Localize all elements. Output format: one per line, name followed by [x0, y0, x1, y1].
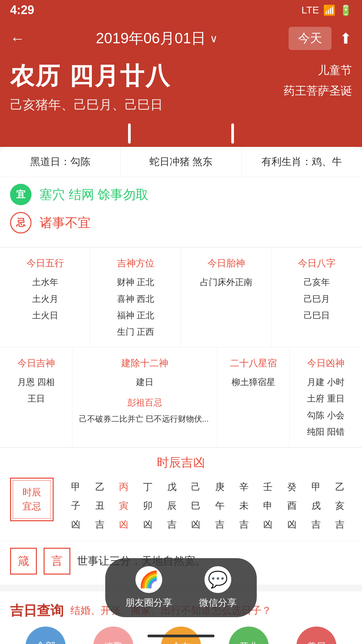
peng-zu-section: 彭祖百忌 己不破券二比并亡 巳不远行财物伏... — [78, 394, 212, 426]
shichen-row1: 甲 乙 丙 丁 戊 己 庚 辛 壬 癸 甲 乙 — [64, 478, 352, 496]
header: ← 2019年06月01日 ∨ 今天 ⬆ 农历 四月廿八 己亥猪年、己巳月、己巳… — [0, 20, 362, 123]
bazi-content: 己亥年 己巳月 己巳日 — [277, 274, 357, 324]
category-circle-all: 全部 — [25, 627, 66, 644]
info-bar-youli: 有利生肖：鸡、牛 — [242, 147, 362, 177]
jianzhu-title: 建除十二神 — [78, 354, 212, 372]
shichen-stamp-text: 时辰 宜忌 — [22, 485, 41, 514]
grid-taishen: 今日胎神 占门床外正南 — [181, 248, 272, 347]
date-dropdown-icon: ∨ — [210, 32, 218, 45]
category-label-all: 全部 — [36, 640, 56, 644]
status-time: 4:29 — [10, 3, 34, 17]
wuxing-title: 今日五行 — [5, 254, 85, 272]
yi-ji-section: 宜 塞穴 结网 馀事勿取 忌 诸事不宜 — [0, 177, 362, 247]
category-circle-kaiye: 开业 — [229, 627, 269, 644]
status-right: LTE 📶 🔋 — [301, 4, 352, 16]
pengzu-title: 彭祖百忌 — [78, 394, 212, 411]
home-indicator — [147, 635, 215, 637]
holiday1: 儿童节 — [284, 60, 352, 80]
yi-text: 塞穴 结网 馀事勿取 — [40, 186, 148, 203]
yi-row: 宜 塞穴 结网 馀事勿取 — [10, 184, 352, 205]
pengzu-text: 己不破券二比并亡 巳不远行财物伏... — [78, 411, 212, 427]
header-date[interactable]: 2019年06月01日 ∨ — [96, 29, 218, 48]
header-top: ← 2019年06月01日 ∨ 今天 ⬆ — [10, 27, 352, 50]
jishen-fangwei-title: 吉神方位 — [96, 254, 175, 272]
category-jiaju[interactable]: 嫁娶 — [81, 627, 145, 644]
holiday-info: 儿童节 药王菩萨圣诞 — [284, 60, 352, 101]
shichen-row2: 子 丑 寅 卯 辰 巳 午 未 申 酉 戌 亥 — [64, 496, 352, 515]
status-bar: 4:29 LTE 📶 🔋 — [0, 0, 362, 20]
info-bar: 黑道日：勾陈 蛇日冲猪 煞东 有利生肖：鸡、牛 — [0, 147, 362, 177]
share-icon[interactable]: ⬆ — [340, 30, 352, 47]
wechat-label: 微信分享 — [199, 596, 237, 609]
wuxing-content: 土水年 土火月 土火日 — [5, 274, 85, 324]
signal-icon: LTE — [301, 4, 319, 16]
xingsu-title: 二十八星宿 — [223, 354, 284, 372]
today-button[interactable]: 今天 — [289, 27, 331, 50]
grid-xiongshen: 今日凶神 月建 小时 土府 重日 勾陈 小会 纯阳 阳错 — [290, 347, 362, 447]
slider-track — [0, 123, 362, 147]
slider-dot-right — [231, 123, 234, 144]
grid-wuxing: 今日五行 土水年 土火月 土火日 — [0, 248, 90, 347]
info-grid-row2: 今日吉神 月恩 四相 王日 建除十二神 建日 彭祖百忌 己不破券二比并亡 巳不远… — [0, 347, 362, 447]
xiongshen-title: 今日凶神 — [295, 354, 357, 372]
category-gaiwu[interactable]: 盖屋 — [284, 627, 349, 644]
category-label-kaiye: 开业 — [239, 640, 258, 644]
jiri-jishen-content: 月恩 四相 王日 — [5, 374, 67, 407]
ji-badge: 忌 — [10, 212, 32, 233]
info-bar-sheri: 蛇日冲猪 煞东 — [121, 147, 241, 177]
pengyouquan-icon: 🌈 — [135, 566, 162, 593]
lunar-subtitle: 己亥猪年、己巳月、己巳日 — [10, 96, 284, 113]
grid-jiri-jishen: 今日吉神 月恩 四相 王日 — [0, 347, 72, 447]
grid-jianzhu: 建除十二神 建日 彭祖百忌 己不破券二比并亡 巳不远行财物伏... — [72, 347, 217, 447]
pengyouquan-label: 朋友圈分享 — [125, 596, 172, 609]
jiri-jishen-title: 今日吉神 — [5, 354, 67, 372]
xingsu-content: 柳土獐宿星 — [223, 374, 284, 390]
ji-row: 忌 诸事不宜 — [10, 212, 352, 233]
slider-dot-left — [128, 123, 131, 144]
shichen-stamp: 时辰 宜忌 — [10, 478, 54, 521]
xiongshen-content: 月建 小时 土府 重日 勾陈 小会 纯阳 阳错 — [295, 374, 357, 440]
pengyouquan-share-btn[interactable]: 🌈 朋友圈分享 — [125, 566, 172, 609]
info-bar-heidao: 黑道日：勾陈 — [0, 147, 121, 177]
shichen-table: 甲 乙 丙 丁 戊 己 庚 辛 壬 癸 甲 乙 子 丑 寅 卯 — [64, 478, 352, 534]
grid-xingsu: 二十八星宿 柳土獐宿星 — [217, 347, 290, 447]
shichen-title: 时辰吉凶 — [10, 454, 352, 471]
quote-badge2: 言 — [44, 548, 70, 575]
wechat-share-btn[interactable]: 💬 微信分享 — [199, 566, 237, 609]
quote-badge1: 箴 — [10, 548, 37, 575]
yi-badge: 宜 — [10, 184, 32, 205]
wechat-icon: 💬 — [204, 566, 231, 593]
grid-bazi: 今日八字 己亥年 己巳月 己巳日 — [272, 248, 362, 347]
share-overlay: 🌈 朋友圈分享 💬 微信分享 — [105, 558, 257, 617]
taishen-content: 占门床外正南 — [186, 274, 266, 290]
main-card: 黑道日：勾陈 蛇日冲猪 煞东 有利生肖：鸡、牛 宜 塞穴 结网 馀事勿取 忌 诸… — [0, 147, 362, 585]
battery-icon: 🔋 — [340, 4, 352, 16]
back-button[interactable]: ← — [10, 30, 25, 47]
taishen-title: 今日胎神 — [186, 254, 266, 272]
category-all[interactable]: 全部 — [13, 627, 78, 644]
jishen-fangwei-content: 财神 正北 喜神 西北 福神 正北 生门 正西 — [96, 274, 175, 340]
jiri-title: 吉日查询 — [10, 601, 64, 620]
info-grid-row1: 今日五行 土水年 土火月 土火日 吉神方位 财神 正北 喜神 西北 福神 正北 … — [0, 247, 362, 347]
category-kaiye[interactable]: 开业 — [217, 627, 281, 644]
shichen-body: 时辰 宜忌 甲 乙 丙 丁 戊 己 庚 辛 壬 癸 甲 乙 — [10, 478, 352, 534]
lunar-info: 农历 四月廿八 己亥猪年、己巳月、己巳日 — [10, 60, 284, 113]
category-label-gaiwu: 盖屋 — [307, 640, 326, 644]
grid-jishen-fangwei: 吉神方位 财神 正北 喜神 西北 福神 正北 生门 正西 — [90, 248, 181, 347]
header-main: 农历 四月廿八 己亥猪年、己巳月、己巳日 儿童节 药王菩萨圣诞 — [10, 60, 352, 113]
signal-bars: 📶 — [323, 4, 336, 16]
bazi-title: 今日八字 — [277, 254, 357, 272]
shichen-row3: 凶 吉 凶 凶 吉 凶 吉 吉 凶 凶 吉 吉 — [64, 515, 352, 534]
holiday2: 药王菩萨圣诞 — [284, 80, 352, 101]
ji-text: 诸事不宜 — [40, 214, 90, 231]
category-label-jiaju: 嫁娶 — [104, 640, 123, 644]
category-circle-gaiwu: 盖屋 — [296, 627, 337, 644]
lunar-title: 农历 四月廿八 — [10, 60, 284, 92]
category-circle-jiaju: 嫁娶 — [93, 627, 133, 644]
category-label-huiyou: 会友 — [172, 640, 190, 644]
date-text: 2019年06月01日 — [96, 29, 206, 48]
shichen-section: 时辰吉凶 时辰 宜忌 甲 乙 丙 丁 戊 己 庚 辛 壬 — [0, 447, 362, 541]
